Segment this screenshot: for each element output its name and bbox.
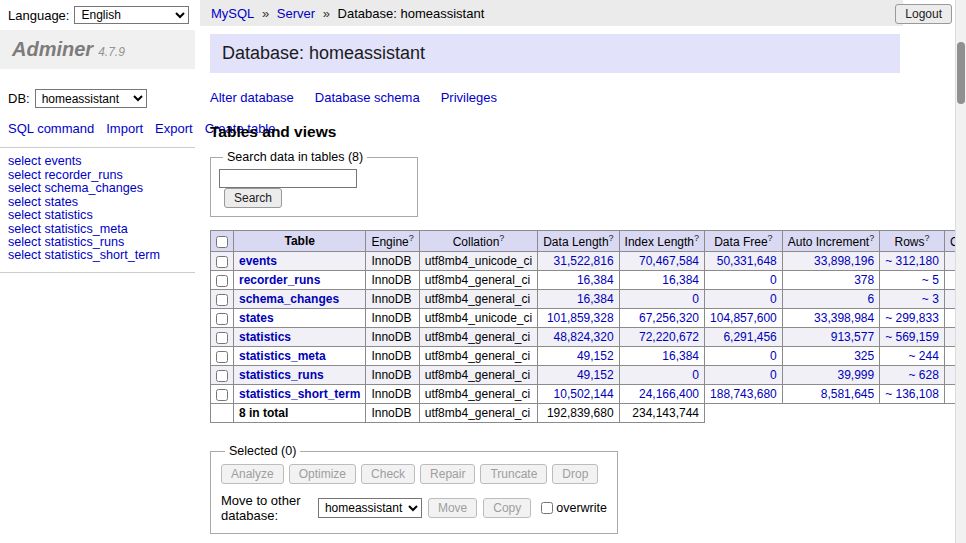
- index-length-link[interactable]: 72,220,672: [639, 330, 699, 344]
- rows-link[interactable]: ~ 3: [922, 292, 939, 306]
- repair-button[interactable]: Repair: [420, 464, 475, 484]
- data-free-link[interactable]: 0: [770, 368, 777, 382]
- index-length-link[interactable]: 16,384: [662, 273, 699, 287]
- db-action-link[interactable]: Alter database: [210, 90, 294, 105]
- rows-link[interactable]: ~ 312,180: [885, 254, 939, 268]
- sidebar-command-link[interactable]: Export: [155, 121, 193, 136]
- index-length-link[interactable]: 24,166,400: [639, 387, 699, 401]
- row-checkbox[interactable]: [216, 313, 228, 325]
- cell-auto-increment: 33,898,196: [782, 252, 879, 271]
- db-select[interactable]: homeassistant: [35, 89, 147, 108]
- data-length-link[interactable]: 101,859,328: [547, 311, 614, 325]
- auto-increment-link[interactable]: 33,398,984: [814, 311, 874, 325]
- index-length-link[interactable]: 0: [692, 368, 699, 382]
- rows-link[interactable]: ~ 136,108: [885, 387, 939, 401]
- data-free-link[interactable]: 104,857,600: [710, 311, 777, 325]
- data-length-link[interactable]: 16,384: [577, 273, 614, 287]
- auto-increment-link[interactable]: 6: [867, 292, 874, 306]
- table-name-link[interactable]: statistics_meta: [239, 349, 326, 363]
- data-free-link[interactable]: 50,331,648: [717, 254, 777, 268]
- row-checkbox[interactable]: [216, 389, 228, 401]
- data-length-link[interactable]: 10,502,144: [554, 387, 614, 401]
- table-name-link[interactable]: statistics_runs: [239, 368, 324, 382]
- logout-button[interactable]: Logout: [895, 4, 952, 24]
- table-select-link[interactable]: select schema_changes: [8, 181, 143, 195]
- breadcrumb-link[interactable]: MySQL: [211, 6, 254, 21]
- table-select-link[interactable]: select states: [8, 195, 78, 209]
- scrollbar-thumb[interactable]: [957, 42, 965, 104]
- select-all-checkbox[interactable]: [216, 236, 228, 248]
- rows-link[interactable]: ~ 299,833: [885, 311, 939, 325]
- move-db-select[interactable]: homeassistant: [318, 498, 422, 518]
- table-name-link[interactable]: events: [239, 254, 277, 268]
- table-name-link[interactable]: schema_changes: [239, 292, 339, 306]
- auto-increment-link[interactable]: 913,577: [831, 330, 874, 344]
- db-action-link[interactable]: Database schema: [315, 90, 420, 105]
- data-free-link[interactable]: 6,291,456: [723, 330, 776, 344]
- table-name-link[interactable]: statistics_short_term: [239, 387, 360, 401]
- table-select-link[interactable]: select statistics_runs: [8, 235, 124, 249]
- table-select-link[interactable]: select statistics: [8, 208, 93, 222]
- language-select[interactable]: English: [74, 6, 189, 24]
- search-input[interactable]: [219, 169, 357, 188]
- auto-increment-link[interactable]: 378: [854, 273, 874, 287]
- data-free-link[interactable]: 0: [770, 349, 777, 363]
- move-button[interactable]: Move: [428, 498, 477, 518]
- column-help-icon[interactable]: ?: [925, 233, 930, 243]
- index-length-link[interactable]: 16,384: [662, 349, 699, 363]
- sidebar-command-link[interactable]: Import: [106, 121, 143, 136]
- table-select-link[interactable]: select events: [8, 154, 82, 168]
- truncate-button[interactable]: Truncate: [480, 464, 547, 484]
- data-free-link[interactable]: 0: [770, 292, 777, 306]
- vertical-scrollbar[interactable]: [955, 0, 966, 543]
- row-checkbox[interactable]: [216, 370, 228, 382]
- data-length-link[interactable]: 31,522,816: [554, 254, 614, 268]
- index-length-link[interactable]: 0: [692, 292, 699, 306]
- row-checkbox[interactable]: [216, 275, 228, 287]
- index-length-link[interactable]: 70,467,584: [639, 254, 699, 268]
- optimize-button[interactable]: Optimize: [289, 464, 356, 484]
- data-length-link[interactable]: 48,824,320: [554, 330, 614, 344]
- table-select-link[interactable]: select recorder_runs: [8, 168, 123, 182]
- row-checkbox[interactable]: [216, 351, 228, 363]
- column-help-icon[interactable]: ?: [409, 233, 414, 243]
- copy-button[interactable]: Copy: [483, 498, 531, 518]
- data-length-link[interactable]: 49,152: [577, 349, 614, 363]
- analyze-button[interactable]: Analyze: [221, 464, 284, 484]
- drop-button[interactable]: Drop: [552, 464, 598, 484]
- auto-increment-link[interactable]: 39,999: [837, 368, 874, 382]
- column-help-icon[interactable]: ?: [609, 233, 614, 243]
- table-select-link[interactable]: select statistics_short_term: [8, 248, 160, 262]
- rows-link[interactable]: ~ 244: [909, 349, 939, 363]
- data-length-link[interactable]: 16,384: [577, 292, 614, 306]
- auto-increment-link[interactable]: 8,581,645: [821, 387, 874, 401]
- table-name-link[interactable]: statistics: [239, 330, 291, 344]
- column-help-icon[interactable]: ?: [499, 233, 504, 243]
- rows-link[interactable]: ~ 5: [922, 273, 939, 287]
- row-checkbox[interactable]: [216, 332, 228, 344]
- overwrite-checkbox[interactable]: [541, 502, 553, 514]
- search-button[interactable]: Search: [224, 188, 282, 208]
- db-action-link[interactable]: Privileges: [441, 90, 497, 105]
- table-name-link[interactable]: states: [239, 311, 274, 325]
- check-button[interactable]: Check: [361, 464, 415, 484]
- breadcrumb-link[interactable]: Server: [277, 6, 315, 21]
- data-free-link[interactable]: 188,743,680: [710, 387, 777, 401]
- index-length-link[interactable]: 67,256,320: [639, 311, 699, 325]
- rows-link[interactable]: ~ 628: [909, 368, 939, 382]
- data-free-link[interactable]: 0: [770, 273, 777, 287]
- rows-link[interactable]: ~ 569,159: [885, 330, 939, 344]
- table-name-link[interactable]: recorder_runs: [239, 273, 320, 287]
- sidebar-command-link[interactable]: SQL command: [8, 121, 94, 136]
- row-checkbox[interactable]: [216, 294, 228, 306]
- overwrite-label[interactable]: overwrite: [556, 501, 607, 515]
- data-length-link[interactable]: 49,152: [577, 368, 614, 382]
- column-help-icon[interactable]: ?: [869, 233, 874, 243]
- auto-increment-link[interactable]: 325: [854, 349, 874, 363]
- column-help-icon[interactable]: ?: [694, 233, 699, 243]
- row-checkbox[interactable]: [216, 256, 228, 268]
- adminer-logo-link[interactable]: Adminer: [12, 38, 93, 60]
- column-help-icon[interactable]: ?: [768, 233, 773, 243]
- auto-increment-link[interactable]: 33,898,196: [814, 254, 874, 268]
- table-select-link[interactable]: select statistics_meta: [8, 222, 128, 236]
